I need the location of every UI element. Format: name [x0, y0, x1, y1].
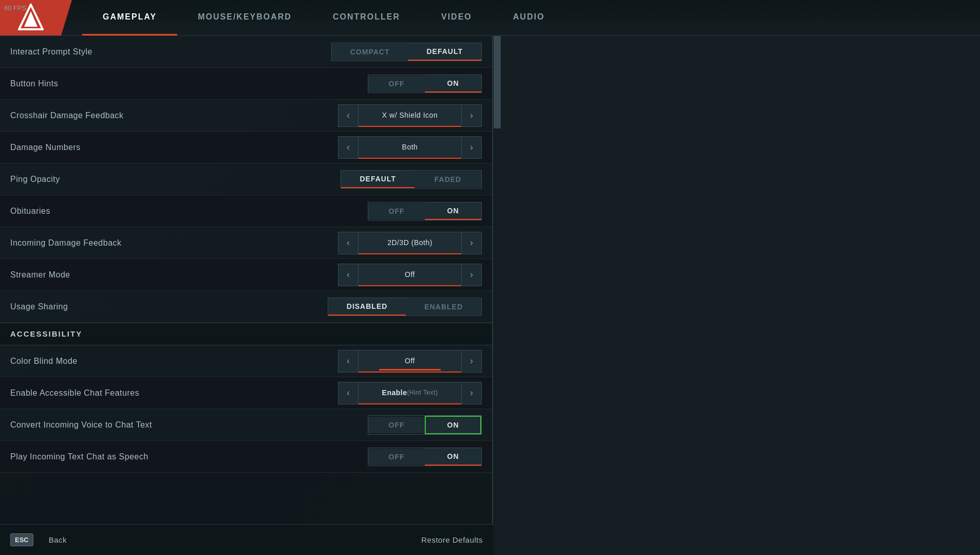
settings-panel: Interact Prompt Style Compact Default Bu…: [0, 36, 493, 555]
fps-counter: 60 FPS: [4, 4, 26, 12]
toggle-on-button-hints[interactable]: On: [425, 75, 481, 92]
value-streamer-mode: Off: [359, 264, 461, 286]
arrow-right-accessible-chat[interactable]: ›: [461, 382, 482, 404]
label-interact-prompt-style: Interact Prompt Style: [10, 47, 92, 57]
top-nav: GAMEPLAY MOUSE/KEYBOARD CONTROLLER VIDEO…: [0, 0, 980, 36]
scrollbar-thumb[interactable]: [494, 36, 501, 128]
arrow-left-accessible-chat[interactable]: ‹: [338, 382, 359, 404]
section-header-accessibility: ACCESSIBILITY: [0, 323, 492, 345]
label-voice-to-text: Convert Incoming Voice to Chat Text: [10, 420, 152, 430]
setting-row-color-blind: Color Blind Mode ‹ Off ›: [0, 345, 492, 377]
arrow-left-incoming-damage[interactable]: ‹: [338, 232, 359, 254]
tab-gameplay[interactable]: GAMEPLAY: [82, 0, 177, 35]
toggle-off-button-hints[interactable]: Off: [368, 76, 425, 92]
setting-row-voice-to-text: Convert Incoming Voice to Chat Text Off …: [0, 409, 492, 441]
arrow-left-crosshair[interactable]: ‹: [338, 104, 359, 127]
control-usage-sharing: Disabled Enabled: [328, 298, 482, 316]
setting-row-interact-prompt-style: Interact Prompt Style Compact Default: [0, 36, 492, 68]
settings-scroll[interactable]: Interact Prompt Style Compact Default Bu…: [0, 36, 492, 555]
value-incoming-damage: 2D/3D (Both): [359, 232, 461, 254]
control-interact-prompt-style: Compact Default: [331, 43, 482, 61]
setting-row-incoming-damage: Incoming Damage Feedback ‹ 2D/3D (Both) …: [0, 227, 492, 259]
esc-key[interactable]: ESC: [10, 533, 33, 546]
setting-row-obituaries: Obituaries Off On: [0, 195, 492, 227]
label-accessible-chat: Enable Accessible Chat Features: [10, 388, 139, 398]
toggle-off-obituaries[interactable]: Off: [368, 203, 425, 219]
control-damage-numbers: ‹ Both ›: [338, 136, 482, 159]
nav-tabs: GAMEPLAY MOUSE/KEYBOARD CONTROLLER VIDEO…: [82, 0, 565, 35]
toggle-off-voice-to-text[interactable]: Off: [368, 417, 425, 433]
setting-row-accessible-chat: Enable Accessible Chat Features ‹ Enable…: [0, 377, 492, 409]
label-streamer-mode: Streamer Mode: [10, 270, 70, 280]
control-button-hints: Off On: [368, 75, 482, 93]
arrow-left-color-blind[interactable]: ‹: [338, 350, 359, 373]
control-crosshair-damage: ‹ X w/ Shield Icon ›: [338, 104, 482, 127]
back-action[interactable]: Back: [49, 535, 67, 544]
value-damage-numbers: Both: [359, 136, 461, 159]
right-area: [501, 36, 980, 555]
control-voice-to-text: Off On: [368, 415, 482, 435]
bottom-bar: ESC Back Restore Defaults: [0, 524, 493, 555]
toggle-on-obituaries[interactable]: On: [425, 202, 481, 220]
value-color-blind: Off: [359, 350, 461, 373]
label-crosshair-damage: Crosshair Damage Feedback: [10, 111, 124, 120]
option-disabled-usage[interactable]: Disabled: [328, 298, 406, 316]
control-obituaries: Off On: [368, 202, 482, 220]
toggle-default[interactable]: Default: [408, 43, 481, 61]
tab-mouse-keyboard[interactable]: MOUSE/KEYBOARD: [177, 0, 312, 35]
arrow-right-incoming-damage[interactable]: ›: [461, 232, 482, 254]
arrow-left-streamer[interactable]: ‹: [338, 264, 359, 286]
setting-row-usage-sharing: Usage Sharing Disabled Enabled: [0, 291, 492, 323]
option-enabled-usage[interactable]: Enabled: [406, 299, 481, 315]
toggle-off-text-to-speech[interactable]: Off: [368, 449, 425, 465]
value-crosshair-damage: X w/ Shield Icon: [359, 104, 461, 127]
setting-row-crosshair-damage: Crosshair Damage Feedback ‹ X w/ Shield …: [0, 100, 492, 132]
control-color-blind: ‹ Off ›: [338, 350, 482, 373]
toggle-compact[interactable]: Compact: [332, 44, 408, 60]
section-title-accessibility: ACCESSIBILITY: [10, 329, 82, 338]
label-ping-opacity: Ping Opacity: [10, 175, 60, 184]
option-faded-ping[interactable]: Faded: [414, 171, 481, 188]
tab-video[interactable]: VIDEO: [421, 0, 493, 35]
option-default-ping[interactable]: Default: [341, 171, 414, 188]
label-obituaries: Obituaries: [10, 207, 50, 216]
arrow-right-color-blind[interactable]: ›: [461, 350, 482, 373]
control-ping-opacity: Default Faded: [341, 170, 482, 189]
label-color-blind: Color Blind Mode: [10, 357, 78, 366]
tab-audio[interactable]: AUDIO: [493, 0, 566, 35]
hint-text-accessible-chat: (Hint Text): [407, 389, 438, 396]
setting-row-streamer-mode: Streamer Mode ‹ Off ›: [0, 259, 492, 291]
value-accessible-chat: Enable (Hint Text): [359, 382, 461, 404]
label-incoming-damage: Incoming Damage Feedback: [10, 238, 122, 248]
setting-row-damage-numbers: Damage Numbers ‹ Both ›: [0, 132, 492, 163]
tab-controller[interactable]: CONTROLLER: [312, 0, 421, 35]
label-button-hints: Button Hints: [10, 79, 58, 88]
arrow-right-damage-numbers[interactable]: ›: [461, 136, 482, 159]
arrow-left-damage-numbers[interactable]: ‹: [338, 136, 359, 159]
arrow-right-crosshair[interactable]: ›: [461, 104, 482, 127]
label-text-to-speech: Play Incoming Text Chat as Speech: [10, 452, 148, 461]
scrollbar-track[interactable]: [493, 36, 501, 555]
restore-defaults-action[interactable]: Restore Defaults: [421, 535, 483, 544]
toggle-on-voice-to-text[interactable]: On: [425, 416, 481, 434]
control-incoming-damage: ‹ 2D/3D (Both) ›: [338, 232, 482, 254]
setting-row-ping-opacity: Ping Opacity Default Faded: [0, 163, 492, 195]
toggle-on-text-to-speech[interactable]: On: [425, 448, 481, 466]
control-accessible-chat: ‹ Enable (Hint Text) ›: [338, 382, 482, 404]
control-text-to-speech: Off On: [368, 448, 482, 466]
arrow-right-streamer[interactable]: ›: [461, 264, 482, 286]
setting-row-button-hints: Button Hints Off On: [0, 68, 492, 100]
setting-row-text-to-speech: Play Incoming Text Chat as Speech Off On: [0, 441, 492, 473]
label-usage-sharing: Usage Sharing: [10, 302, 68, 311]
main-content: Interact Prompt Style Compact Default Bu…: [0, 36, 980, 555]
label-damage-numbers: Damage Numbers: [10, 143, 81, 152]
control-streamer-mode: ‹ Off ›: [338, 264, 482, 286]
